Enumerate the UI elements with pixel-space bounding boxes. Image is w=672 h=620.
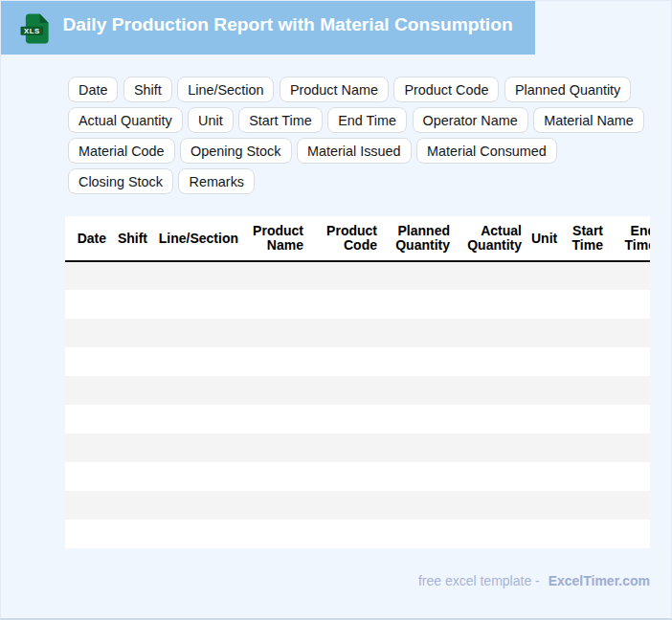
svg-text:XLS: XLS (24, 27, 40, 35)
